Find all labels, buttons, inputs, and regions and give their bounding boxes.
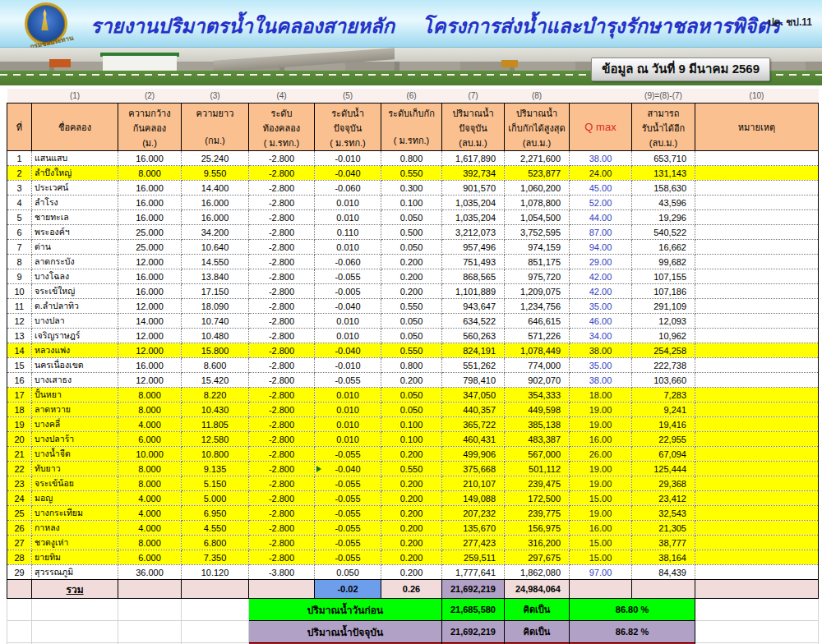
cell-width[interactable]: 8.000 (118, 166, 182, 181)
cell-name[interactable]: บางปลาร้า (32, 432, 118, 447)
cell-max_vol[interactable]: 449,598 (505, 402, 570, 417)
cell-current_level[interactable]: 0.010 (315, 329, 381, 343)
cell-qmax[interactable]: 29.00 (570, 255, 632, 269)
cell-storage_level[interactable]: 0.100 (381, 196, 442, 210)
cell-name[interactable]: กาหลง (32, 521, 118, 536)
cell-length[interactable]: 7.350 (182, 550, 249, 565)
cell-no[interactable]: 15 (7, 358, 32, 373)
cell-length[interactable]: 5.150 (182, 476, 249, 491)
cell-note[interactable] (695, 536, 819, 550)
cell-width[interactable]: 36.000 (118, 565, 182, 580)
cell-current_level[interactable]: -0.055 (315, 550, 381, 565)
header-current-level[interactable]: ระดับน้ำปัจจุบัน( ม.รทก.) (315, 104, 381, 151)
cell-current_level[interactable]: 0.010 (315, 240, 381, 255)
cell-length[interactable]: 9.135 (182, 462, 249, 476)
cell-remaining[interactable]: 222,738 (632, 358, 695, 373)
cell-current_level[interactable]: -0.060 (315, 181, 381, 196)
cell-length[interactable]: 10.430 (182, 402, 249, 417)
cell-storage_level[interactable]: 0.200 (381, 506, 442, 521)
cell-max_vol[interactable]: 571,226 (505, 329, 570, 343)
header-current-volume[interactable]: ปริมาณน้ำปัจจุบัน(ลบ.ม.) (442, 104, 505, 151)
cell-width[interactable]: 12.000 (118, 299, 182, 314)
cell-qmax[interactable]: 19.00 (570, 462, 632, 476)
cell-width[interactable]: 12.000 (118, 343, 182, 358)
cell-width[interactable]: 4.000 (118, 491, 182, 506)
cell-note[interactable] (695, 565, 819, 580)
cell-max_vol[interactable]: 1,054,500 (505, 210, 570, 225)
grid-blank[interactable] (182, 599, 249, 621)
cell-bed[interactable]: -2.800 (249, 506, 315, 521)
cell-max_vol[interactable]: 902,070 (505, 373, 570, 388)
cell-max_vol[interactable]: 316,200 (505, 536, 570, 550)
cell-current_vol[interactable]: 798,410 (442, 373, 505, 388)
cell-note[interactable] (695, 329, 819, 343)
header-bottom-width[interactable]: ความกว้างก้นคลอง(ม.) (118, 104, 182, 151)
cell-width[interactable]: 16.000 (118, 196, 182, 210)
cell-length[interactable]: 12.580 (182, 432, 249, 447)
cell-current_level[interactable]: 0.010 (315, 388, 381, 402)
cell-remaining[interactable]: 107,155 (632, 269, 695, 284)
cell-width[interactable]: 16.000 (118, 358, 182, 373)
summary-prev-label[interactable]: ปริมาณน้ำวันก่อน (249, 599, 442, 621)
cell-max_vol[interactable]: 523,877 (505, 166, 570, 181)
cell-max_vol[interactable]: 385,138 (505, 417, 570, 432)
cell-no[interactable]: 8 (7, 255, 32, 269)
cell-current_level[interactable]: -0.055 (315, 269, 381, 284)
cell-remaining[interactable]: 103,660 (632, 373, 695, 388)
cell-no[interactable]: 12 (7, 314, 32, 329)
cell-length[interactable]: 16.000 (182, 210, 249, 225)
cell-no[interactable]: 17 (7, 388, 32, 402)
cell-bed[interactable]: -2.800 (249, 536, 315, 550)
cell-current_vol[interactable]: 634,522 (442, 314, 505, 329)
cell-length[interactable]: 10.740 (182, 314, 249, 329)
cell-length[interactable]: 18.090 (182, 299, 249, 314)
grid-blank[interactable] (7, 621, 32, 643)
cell-max_vol[interactable]: 354,333 (505, 388, 570, 402)
cell-bed[interactable]: -2.800 (249, 225, 315, 240)
cell-remaining[interactable]: 158,630 (632, 181, 695, 196)
cell-current_vol[interactable]: 943,647 (442, 299, 505, 314)
grid-blank[interactable] (32, 599, 118, 621)
cell-remaining[interactable]: 254,258 (632, 343, 695, 358)
cell-max_vol[interactable]: 1,234,756 (505, 299, 570, 314)
cell-length[interactable]: 10.640 (182, 240, 249, 255)
cell-bed[interactable]: -2.800 (249, 255, 315, 269)
cell-remaining[interactable]: 10,962 (632, 329, 695, 343)
total-blank[interactable] (570, 580, 632, 599)
cell-length[interactable]: 14.550 (182, 255, 249, 269)
cell-length[interactable]: 25.240 (182, 151, 249, 166)
cell-name[interactable]: บางน้ำจืด (32, 447, 118, 462)
cell-remaining[interactable]: 16,662 (632, 240, 695, 255)
cell-width[interactable]: 8.000 (118, 536, 182, 550)
cell-remaining[interactable]: 32,543 (632, 506, 695, 521)
cell-remaining[interactable]: 23,412 (632, 491, 695, 506)
cell-no[interactable]: 19 (7, 417, 32, 432)
cell-current_level[interactable]: -0.040 (315, 462, 381, 476)
cell-current_vol[interactable]: 1,035,204 (442, 196, 505, 210)
cell-current_level[interactable]: -0.010 (315, 358, 381, 373)
total-max-volume[interactable]: 24,984,064 (505, 580, 570, 599)
cell-width[interactable]: 16.000 (118, 210, 182, 225)
cell-name[interactable]: ปั้นหยา (32, 388, 118, 402)
cell-qmax[interactable]: 52.00 (570, 196, 632, 210)
cell-note[interactable] (695, 417, 819, 432)
grid-blank[interactable] (32, 621, 118, 643)
cell-note[interactable] (695, 196, 819, 210)
cell-remaining[interactable]: 43,596 (632, 196, 695, 210)
cell-current_level[interactable]: -0.060 (315, 255, 381, 269)
cell-current_level[interactable]: -0.055 (315, 373, 381, 388)
cell-bed[interactable]: -2.800 (249, 240, 315, 255)
cell-storage_level[interactable]: 0.550 (381, 343, 442, 358)
cell-current_vol[interactable]: 824,191 (442, 343, 505, 358)
cell-bed[interactable]: -2.800 (249, 432, 315, 447)
cell-storage_level[interactable]: 0.550 (381, 462, 442, 476)
cell-no[interactable]: 3 (7, 181, 32, 196)
cell-qmax[interactable]: 38.00 (570, 151, 632, 166)
cell-storage_level[interactable]: 0.200 (381, 284, 442, 299)
cell-bed[interactable]: -2.800 (249, 550, 315, 565)
cell-current_vol[interactable]: 1,617,890 (442, 151, 505, 166)
cell-note[interactable] (695, 373, 819, 388)
cell-storage_level[interactable]: 0.200 (381, 550, 442, 565)
cell-qmax[interactable]: 44.00 (570, 210, 632, 225)
cell-storage_level[interactable]: 0.050 (381, 314, 442, 329)
